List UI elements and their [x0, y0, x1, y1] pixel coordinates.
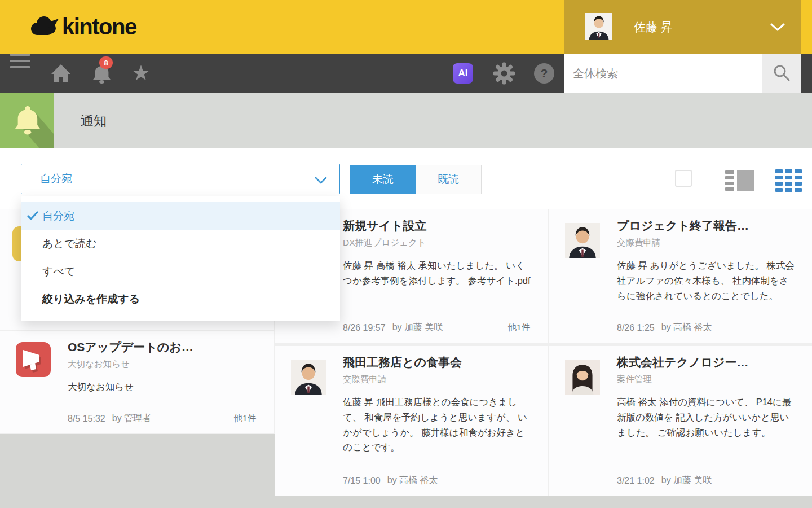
card-title: 株式会社テクノロジー… — [617, 355, 795, 370]
menu-icon[interactable] — [10, 54, 30, 93]
tab-read[interactable]: 既読 — [416, 165, 481, 194]
card-title: 新規サイト設立 — [343, 218, 531, 233]
dropdown-item-label: 絞り込みを作成する — [42, 292, 140, 306]
dropdown-item-read-later[interactable]: あとで読む — [21, 230, 340, 257]
notification-card-dinner[interactable]: 飛田工務店との食事会 交際費申請 佐藤 昇 飛田工務店様との会食につきまして、 … — [275, 346, 548, 496]
card-author: by 管理者 — [112, 413, 151, 424]
user-avatar — [585, 13, 612, 40]
check-icon — [27, 211, 38, 224]
dropdown-item-label: あとで読む — [42, 237, 97, 251]
avatar-man — [291, 360, 326, 395]
ai-badge-label: AI — [453, 63, 473, 84]
dropdown-item-mine[interactable]: 自分宛 — [21, 202, 340, 230]
filter-selected-value: 自分宛 — [40, 164, 72, 194]
card-date: 8/26 1:25 — [617, 323, 655, 333]
ai-icon[interactable]: AI — [453, 54, 473, 93]
card-body-text: 佐藤 昇 高橋 裕太 承知いたしました。 いくつか参考事例を添付します。 参考サ… — [343, 258, 531, 288]
list-view-icon — [725, 184, 754, 194]
global-nav: 8 AI — [0, 54, 812, 93]
card-body-text: 佐藤 昇 ありがとうございました。 株式会社アルファの佐々木様も、 社内体制をさ… — [617, 258, 795, 303]
page-header: 通知 — [0, 93, 812, 148]
card-body-text: 佐藤 昇 飛田工務店様との会食につきまして、 和食屋を予約しようと思いますが、 … — [343, 395, 531, 455]
card-author: by 高橋 裕太 — [661, 322, 712, 334]
card-body-text: 高橋 裕太 添付の資料について、 P14に最新版の数値を 記入した方がいいかと思… — [617, 395, 795, 440]
avatar-woman — [565, 360, 600, 395]
dropdown-item-create-filter[interactable]: 絞り込みを作成する — [21, 285, 340, 313]
card-date: 3/21 1:02 — [617, 476, 655, 486]
dropdown-item-all[interactable]: すべて — [21, 257, 340, 285]
kintone-logo[interactable]: kintone — [29, 0, 136, 54]
card-body-text: 大切なお知らせ — [68, 379, 257, 395]
card-footer: 3/21 1:02 by 加藤 美咲 — [617, 475, 794, 487]
card-author: by 高橋 裕太 — [387, 475, 438, 487]
dropdown-item-label: すべて — [42, 264, 75, 279]
card-footer: 8/26 1:25 by 高橋 裕太 — [617, 322, 794, 334]
card-app-name: 案件管理 — [617, 374, 795, 386]
kintone-cloud-icon — [29, 14, 59, 41]
announcement-megaphone-icon — [16, 342, 51, 377]
grid-view-button[interactable] — [775, 169, 802, 194]
notification-card-tech[interactable]: 株式会社テクノロジー… 案件管理 高橋 裕太 添付の資料について、 P14に最新… — [549, 346, 812, 496]
card-footer: 8/5 15:32 by 管理者 他1件 — [68, 413, 256, 424]
select-all-checkbox[interactable] — [675, 170, 692, 187]
page-title: 通知 — [81, 93, 107, 148]
search-button[interactable] — [762, 54, 801, 93]
avatar-man — [565, 223, 600, 258]
user-menu[interactable]: 佐藤 昇 — [564, 0, 801, 54]
gear-icon[interactable] — [493, 54, 515, 93]
filter-dropdown-menu: 自分宛 あとで読む すべて 絞り込みを作成する — [21, 196, 340, 321]
dropdown-item-label: 自分宛 — [42, 209, 74, 224]
tab-unread[interactable]: 未読 — [350, 165, 416, 194]
notifications-bell-tile-icon — [0, 93, 54, 148]
notification-card-project[interactable]: プロジェクト終了報告… 交際費申請 佐藤 昇 ありがとうございました。 株式会社… — [549, 209, 812, 343]
card-footer: 8/26 19:57 by 加藤 美咲 他1件 — [343, 322, 530, 334]
notification-count-badge: 8 — [99, 56, 113, 69]
card-title: OSアップデートのお… — [68, 340, 257, 354]
read-state-tabs: 未読 既読 — [350, 165, 482, 194]
card-app-name: 大切なお知らせ — [68, 358, 257, 370]
notification-card-os-update[interactable]: OSアップデートのお… 大切なお知らせ 大切なお知らせ 8/5 15:32 by… — [0, 331, 274, 433]
card-more-count: 他1件 — [508, 322, 530, 334]
chevron-down-icon — [770, 23, 785, 33]
card-date: 8/26 19:57 — [343, 323, 386, 333]
card-more-count: 他1件 — [233, 413, 256, 424]
search-input[interactable] — [564, 54, 762, 93]
home-icon[interactable] — [51, 54, 71, 93]
card-app-name: 交際費申請 — [617, 237, 795, 249]
help-icon[interactable]: ? — [534, 54, 554, 93]
user-name: 佐藤 昇 — [634, 0, 673, 54]
star-icon[interactable] — [131, 54, 151, 93]
card-author: by 加藤 美咲 — [661, 475, 712, 487]
filter-select[interactable]: 自分宛 — [21, 164, 340, 194]
app-header: kintone 佐藤 昇 — [0, 0, 812, 54]
kintone-notifications-screen: kintone 佐藤 昇 — [0, 0, 812, 508]
card-author: by 加藤 美咲 — [392, 322, 443, 334]
card-date: 8/5 15:32 — [68, 414, 105, 424]
card-title: 飛田工務店との食事会 — [343, 355, 531, 370]
card-title: プロジェクト終了報告… — [617, 218, 795, 233]
card-app-name: 交際費申請 — [343, 374, 531, 386]
chevron-down-icon — [315, 176, 327, 186]
logo-text: kintone — [62, 14, 136, 40]
list-view-button[interactable] — [725, 169, 754, 194]
search-icon — [773, 64, 791, 84]
grid-view-icon — [775, 184, 802, 194]
card-date: 7/15 1:00 — [343, 476, 381, 486]
card-app-name: DX推進プロジェクト — [343, 237, 531, 249]
card-footer: 7/15 1:00 by 高橋 裕太 — [343, 475, 530, 487]
